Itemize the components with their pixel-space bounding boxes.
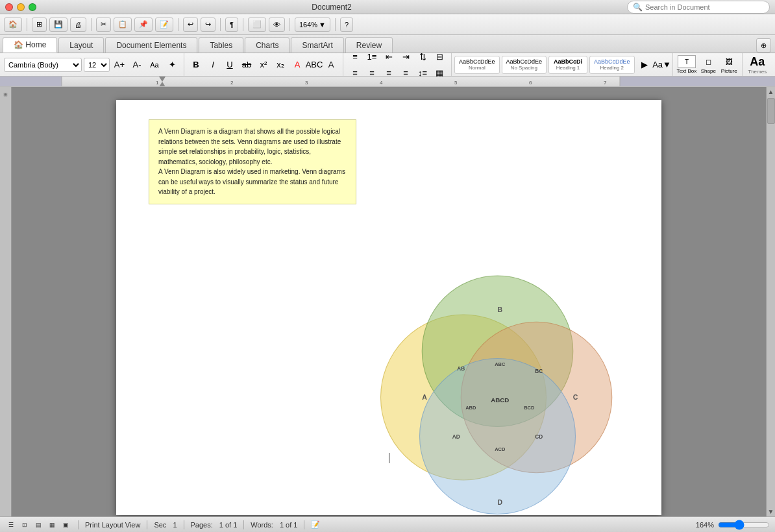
view-normal-btn[interactable]: ☰ (5, 520, 17, 530)
subscript-btn[interactable]: x₂ (273, 57, 288, 73)
view-layout-btn[interactable]: ▤ (32, 520, 44, 530)
ruler: 1 2 3 4 5 6 7 (0, 77, 775, 87)
svg-marker-12 (159, 82, 166, 87)
picture-btn[interactable]: 🖼 Picture (720, 55, 738, 74)
redo-btn[interactable]: ↪ (201, 18, 215, 32)
help-btn[interactable]: ? (340, 18, 353, 32)
undo-btn[interactable]: ↩ (183, 18, 198, 32)
tab-document-elements[interactable]: Document Elements (105, 37, 197, 53)
style-heading1[interactable]: AaBbCcDi Heading 1 (548, 56, 587, 74)
tab-tables[interactable]: Tables (199, 37, 243, 53)
style-normal[interactable]: AaBbCcDdEe Normal (454, 56, 500, 74)
format-btn[interactable]: 📝 (155, 18, 173, 32)
circle-d (420, 358, 576, 514)
status-sep1 (78, 520, 79, 529)
search-box[interactable]: 🔍 (627, 1, 770, 14)
bullets-btn[interactable]: ≡ (347, 49, 363, 64)
navtabs-right: ⊕ (756, 38, 775, 53)
svg-text:1: 1 (156, 80, 159, 86)
style-nospacing[interactable]: AaBbCcDdEe No Spacing (502, 56, 547, 74)
svg-text:4: 4 (380, 80, 383, 86)
label-d: D (497, 498, 502, 505)
words-label: Words: (251, 521, 273, 529)
numbering-btn[interactable]: 1≡ (364, 49, 380, 64)
shape-label: Shape (701, 68, 716, 74)
label-b: B (497, 306, 502, 313)
minimize-button[interactable] (17, 3, 25, 11)
borders-btn[interactable]: ⊟ (432, 49, 447, 64)
pages-label: Pages: (191, 521, 213, 529)
scroll-down-btn[interactable]: ▼ (768, 508, 774, 515)
view-draft-btn[interactable]: ▦ (46, 520, 58, 530)
underline-btn[interactable]: U (222, 57, 238, 73)
cursor (389, 453, 389, 463)
paragraph-section: ≡ 1≡ ⇤ ⇥ ⇅ ⊟ ≡ ≡ ≡ ≡ ↕≡ ▦ (343, 53, 452, 76)
copy-btn[interactable]: 📋 (114, 18, 132, 32)
status-sep2 (147, 520, 147, 529)
scroll-thumb[interactable] (767, 98, 775, 124)
view-outline-btn[interactable]: ⊡ (19, 520, 31, 530)
print-btn[interactable]: 🖨 (70, 18, 86, 32)
search-input[interactable] (645, 3, 762, 11)
tab-layout[interactable]: Layout (58, 37, 104, 53)
para-marks-btn[interactable]: ¶ (225, 18, 238, 32)
themes-section: Aa Themes (743, 53, 772, 76)
label-a: A (422, 393, 427, 401)
highlight-btn[interactable]: ABC (306, 57, 322, 73)
picture-label: Picture (721, 68, 737, 74)
scroll-up-btn[interactable]: ▲ (768, 88, 774, 95)
font-family-select[interactable]: Cambria (Body) (4, 58, 82, 72)
tab-home-icon: 🏠 (14, 40, 23, 49)
zoom-label: 164% (696, 521, 714, 529)
save-btn[interactable]: 💾 (49, 18, 68, 32)
sep3 (178, 18, 178, 31)
zoom-select[interactable]: 164% ▼ (295, 18, 330, 32)
scroll-track[interactable] (767, 95, 775, 508)
venn-diagram-container: A B C D AB BC AD CD (356, 211, 629, 517)
sort-btn[interactable]: ⇅ (415, 49, 430, 64)
styles-more-btn[interactable]: ▶ (637, 57, 652, 73)
tab-smartart[interactable]: SmartArt (291, 37, 343, 53)
font-size-select[interactable]: 12 (84, 58, 110, 72)
right-scrollbar[interactable]: ▲ ▼ (766, 87, 775, 516)
styles-section: AaBbCcDdEe Normal AaBbCcDdEe No Spacing … (452, 53, 673, 76)
font-grow-btn[interactable]: A+ (112, 57, 127, 73)
style-heading2[interactable]: AaBbCcDdEe Heading 2 (589, 56, 635, 74)
bold-btn[interactable]: B (188, 57, 204, 73)
tab-home[interactable]: 🏠 Home (3, 37, 57, 53)
superscript-btn[interactable]: x² (256, 57, 271, 73)
maximize-button[interactable] (29, 3, 36, 11)
spellcheck-icon[interactable]: 📝 (311, 520, 320, 529)
font-case-btn[interactable]: Aa (147, 57, 162, 73)
layout-btn[interactable]: ⬜ (248, 18, 266, 32)
svg-marker-11 (159, 77, 166, 82)
strikethrough-btn[interactable]: ab (239, 57, 254, 73)
view-web-btn[interactable]: ▣ (60, 520, 71, 530)
styles-panel-btn[interactable]: Aa▼ (654, 57, 670, 73)
font-color-btn[interactable]: A (289, 57, 305, 73)
insert-btns: T Text Box ◻ Shape 🖼 Picture (677, 55, 739, 74)
home-btn[interactable]: 🏠 (4, 18, 22, 32)
shape-btn[interactable]: ◻ Shape (699, 55, 717, 74)
clear-format-btn[interactable]: ✦ (164, 57, 180, 73)
tab-charts[interactable]: Charts (245, 37, 289, 53)
sep5 (243, 18, 243, 31)
document-area: A Venn Diagram is a diagram that shows a… (12, 87, 766, 516)
cut-btn[interactable]: ✂ (96, 18, 111, 32)
themes-btn[interactable]: Aa (750, 55, 765, 69)
char-format-btn[interactable]: A (323, 57, 339, 73)
view-btn[interactable]: 👁 (269, 18, 285, 32)
close-button[interactable] (5, 3, 13, 11)
zoom-value: 164% (299, 21, 317, 29)
expand-btn[interactable]: ⊕ (756, 38, 771, 53)
style-nospacing-label: No Spacing (511, 65, 537, 71)
left-margin-bar: ⊞ (0, 87, 12, 516)
zoom-slider[interactable] (718, 520, 770, 530)
outdent-btn[interactable]: ⇤ (381, 49, 397, 64)
grid-btn[interactable]: ⊞ (32, 18, 47, 32)
italic-btn[interactable]: I (205, 57, 221, 73)
paste-btn[interactable]: 📌 (134, 18, 153, 32)
textbox-btn[interactable]: T Text Box (677, 55, 697, 74)
indent-btn[interactable]: ⇥ (398, 49, 413, 64)
font-shrink-btn[interactable]: A- (129, 57, 145, 73)
